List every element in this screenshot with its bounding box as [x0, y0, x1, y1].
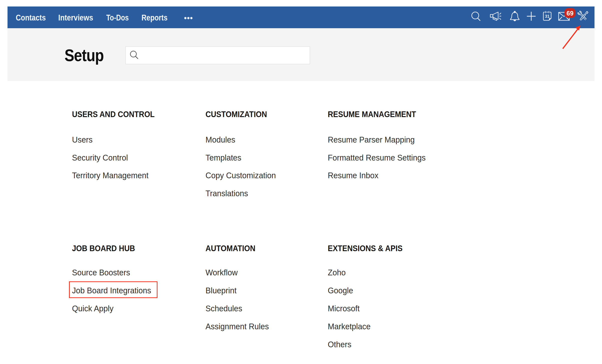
svg-text:31: 31	[545, 14, 550, 18]
